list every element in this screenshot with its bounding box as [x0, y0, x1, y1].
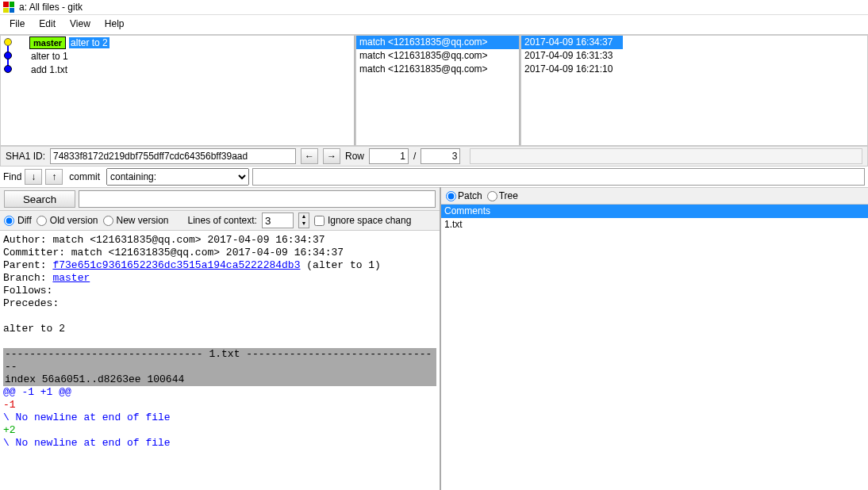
menubar: File Edit View Help — [0, 15, 868, 34]
spin-down-icon: ▼ — [299, 220, 309, 228]
file-panel: Patch Tree Comments 1.txt — [441, 187, 868, 490]
diff-options: Diff Old version New version Lines of co… — [0, 211, 440, 231]
lines-input[interactable] — [262, 212, 294, 228]
date-row[interactable]: 2017-04-09 16:21:10 — [521, 63, 867, 76]
titlebar: a: All files - gitk — [0, 0, 868, 15]
commit-row[interactable]: master alter to 2 — [1, 36, 354, 49]
search-button[interactable]: Search — [4, 190, 75, 208]
spin-up-icon: ▲ — [299, 213, 309, 220]
date-list[interactable]: 2017-04-09 16:34:37 2017-04-09 16:31:33 … — [520, 35, 868, 146]
find-bar: Find ↓ ↑ commit containing: — [0, 167, 868, 187]
row-total — [421, 148, 460, 164]
row-slash: / — [413, 151, 416, 162]
diff-file-header: -------------------------------- 1.txt -… — [3, 348, 436, 373]
author-row[interactable]: match <121631835@qq.com> — [356, 63, 519, 76]
author-row[interactable]: match <121631835@qq.com> — [356, 36, 519, 49]
diff-noeol: \ No newline at end of file — [3, 437, 436, 450]
diff-author: Author: match <121631835@qq.com> 2017-04… — [3, 234, 436, 247]
sha-label: SHA1 ID: — [6, 151, 45, 162]
window-title: a: All files - gitk — [19, 2, 83, 13]
find-next-button[interactable]: ↓ — [25, 169, 42, 185]
nav-spacer — [470, 148, 862, 164]
sha-input[interactable] — [50, 148, 296, 164]
diff-add: +2 — [3, 424, 436, 437]
radio-patch[interactable]: Patch — [446, 190, 482, 201]
back-button[interactable]: ← — [301, 148, 318, 164]
commit-row[interactable]: alter to 1 — [1, 49, 354, 63]
lines-label: Lines of context: — [188, 215, 257, 226]
date-row[interactable]: 2017-04-09 16:31:33 — [521, 49, 867, 63]
row-input[interactable] — [369, 148, 409, 164]
diff-branch: Branch: master — [3, 272, 436, 285]
lower-split: Search Diff Old version New version Line… — [0, 187, 868, 490]
app-icon — [3, 2, 14, 13]
diff-panel: Search Diff Old version New version Line… — [0, 187, 441, 490]
search-input[interactable] — [79, 190, 436, 208]
menu-file[interactable]: File — [3, 17, 31, 31]
diff-noeol: \ No newline at end of file — [3, 412, 436, 424]
forward-button[interactable]: → — [323, 148, 340, 164]
author-list[interactable]: match <121631835@qq.com> match <12163183… — [355, 35, 520, 146]
commit-node-icon — [4, 65, 12, 73]
diff-msg: alter to 2 — [3, 323, 436, 335]
checkbox-ignore-space[interactable]: Ignore space chang — [314, 215, 411, 226]
find-prev-button[interactable]: ↑ — [45, 169, 63, 185]
diff-text[interactable]: Author: match <121631835@qq.com> 2017-04… — [0, 231, 440, 490]
commit-message: alter to 2 — [69, 37, 109, 48]
diff-del: -1 — [3, 399, 436, 412]
menu-help[interactable]: Help — [98, 17, 131, 31]
lines-spinner[interactable]: ▲▼ — [298, 212, 309, 228]
diff-precedes: Precedes: — [3, 297, 436, 310]
find-label: Find — [3, 171, 21, 182]
author-row[interactable]: match <121631835@qq.com> — [356, 49, 519, 63]
diff-parent: Parent: f73e651c9361652236dc3515a194ca52… — [3, 259, 436, 272]
diff-committer: Committer: match <121631835@qq.com> 2017… — [3, 247, 436, 259]
commit-node-icon — [4, 52, 12, 59]
commit-list[interactable]: master alter to 2 alter to 1 add 1.txt — [0, 35, 355, 146]
file-list-item[interactable]: 1.txt — [441, 218, 868, 232]
ref-master[interactable]: master — [29, 36, 66, 49]
commit-row[interactable]: add 1.txt — [1, 63, 354, 76]
nav-bar: SHA1 ID: ← → Row / — [0, 146, 868, 167]
commit-message: add 1.txt — [29, 64, 67, 75]
branch-link[interactable]: master — [52, 272, 90, 284]
diff-follows: Follows: — [3, 285, 436, 297]
head-node-icon — [4, 38, 12, 46]
parent-sha-link[interactable]: f73e651c9361652236dc3515a194ca5222284db3 — [52, 259, 300, 271]
radio-diff[interactable]: Diff — [4, 215, 32, 226]
find-input[interactable] — [252, 168, 865, 186]
date-row[interactable]: 2017-04-09 16:34:37 — [521, 36, 623, 49]
find-mode-select[interactable]: containing: — [106, 168, 249, 186]
file-list[interactable]: Comments 1.txt — [441, 205, 868, 490]
radio-tree[interactable]: Tree — [487, 190, 518, 201]
commit-message: alter to 1 — [29, 51, 68, 62]
radio-new-version[interactable]: New version — [103, 215, 169, 226]
menu-edit[interactable]: Edit — [33, 17, 62, 31]
menu-view[interactable]: View — [63, 17, 97, 31]
history-panes: master alter to 2 alter to 1 add 1.txt m… — [0, 34, 868, 146]
file-list-header[interactable]: Comments — [441, 205, 868, 218]
diff-index: index 56a6051..d8263ee 100644 — [3, 373, 436, 386]
row-label: Row — [345, 151, 364, 162]
patch-tree-options: Patch Tree — [441, 187, 868, 205]
search-bar: Search — [0, 187, 440, 211]
radio-old-version[interactable]: Old version — [36, 215, 98, 226]
diff-hunk: @@ -1 +1 @@ — [3, 386, 436, 399]
find-scope[interactable]: commit — [66, 171, 103, 182]
